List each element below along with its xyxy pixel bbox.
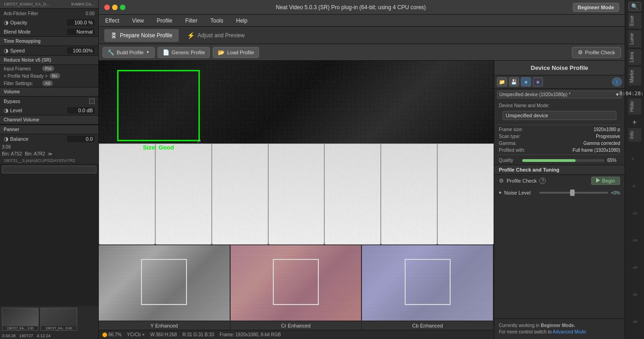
- status-bar: 66.7% YCrCb + W:360 H:268 R:31 G:31 B:33…: [99, 330, 494, 339]
- advanced-mode-link[interactable]: Advanced Mode.: [553, 329, 587, 334]
- video-placeholder: Size: Good ↗: [99, 61, 494, 245]
- menu-view[interactable]: View: [129, 17, 147, 25]
- channel-thumb-cr: Cr Enhanced: [231, 245, 362, 330]
- blend-mode-value[interactable]: Normal: [67, 29, 95, 35]
- menu-tools[interactable]: Tools: [208, 17, 226, 25]
- load-profile-button[interactable]: 📂 Load Profile: [213, 47, 259, 58]
- quality-fill: [522, 159, 576, 162]
- device-dropdown-container: Unspecified device (1920x1080p) * ▼: [494, 89, 625, 100]
- profiled-with-row: Profiled with: Full frame (1920x1080): [494, 147, 625, 154]
- rp-save-icon[interactable]: 💾: [509, 77, 519, 86]
- rgb-values: R:31 G:31 B:33: [182, 332, 214, 337]
- far-right-btn-esse[interactable]: Esse: [628, 13, 641, 29]
- tab-prepare[interactable]: 🎛 Prepare Noise Profile: [104, 29, 179, 42]
- kawai-label: KAWAI CA...: [71, 2, 95, 6]
- traffic-lights: [104, 5, 125, 10]
- tab-bar: 🎛 Prepare Noise Profile ⚡ Adjust and Pre…: [99, 27, 625, 44]
- frame-size-row: Frame size: 1920x1080 p: [494, 126, 625, 133]
- build-profile-button[interactable]: 🔧 Build Profile ▼: [102, 47, 155, 58]
- divider-1: [498, 125, 621, 125]
- begin-button[interactable]: Begin: [591, 177, 620, 185]
- profiled-with-label: Profiled with:: [499, 148, 525, 153]
- far-right-btn-marke[interactable]: Marke: [628, 67, 641, 86]
- load-profile-icon: 📂: [218, 49, 225, 56]
- profile-check-label: Profile Check: [585, 50, 615, 55]
- adjust-tab-icon: ⚡: [187, 32, 195, 39]
- opacity-label: Opacity: [10, 20, 27, 25]
- search-area: [0, 164, 98, 306]
- rp-folder-icon[interactable]: 📁: [497, 77, 507, 86]
- profile-not-ready-value[interactable]: Bu: [50, 73, 60, 79]
- menu-help[interactable]: Help: [233, 17, 250, 25]
- tab-adjust[interactable]: ⚡ Adjust and Preview: [181, 29, 251, 42]
- channel-volume-section: Channel Volume: [0, 115, 98, 125]
- right-panel: Device Noise Profile 📁 💾 ■ ■ i Unspecifi…: [494, 61, 625, 339]
- content-area: Size: Good ↗ Y Enhanced: [99, 61, 625, 339]
- far-right-panel: 🔍 Esse Lume Libra Marke 0:04:28:18 Histo…: [625, 0, 644, 339]
- device-noise-profile-title: Device Noise Profile: [494, 61, 625, 75]
- far-right-timecode: 0:04:28:18: [619, 91, 644, 97]
- video-main[interactable]: Size: Good ↗: [99, 61, 494, 245]
- rp-info-icon[interactable]: i: [612, 77, 622, 86]
- menu-filter[interactable]: Filter: [182, 17, 200, 25]
- gamma-row: Gamma: Gamma corrected: [494, 140, 625, 147]
- profile-check-label: Profile Check: [507, 178, 537, 184]
- maximize-button[interactable]: [120, 5, 125, 10]
- frame-info: Frame: 1920x1080, 8-bit RGB: [220, 332, 281, 337]
- level-value[interactable]: 0.0 dB: [67, 107, 95, 114]
- zoom-level: 66.7%: [102, 332, 121, 337]
- y-label: Y Enhanced: [99, 321, 230, 330]
- profile-not-ready-label: < Profile Not Ready >: [4, 74, 48, 79]
- menu-effect[interactable]: Effect: [102, 17, 122, 25]
- bottom-note-3: For more control switch to: [499, 329, 552, 334]
- beginner-mode-button[interactable]: Beginner Mode: [573, 3, 619, 12]
- far-right-plus[interactable]: +: [633, 118, 637, 126]
- blend-mode-row: Blend Mode Normal: [0, 27, 98, 36]
- prepare-tab-icon: 🎛: [111, 32, 117, 39]
- blend-mode-label: Blend Mode: [4, 29, 31, 34]
- video-panel: Size: Good ↗ Y Enhanced: [99, 61, 494, 339]
- dimensions: W:360 H:268: [150, 332, 177, 337]
- speed-label: Speed: [10, 48, 25, 53]
- search-input[interactable]: [2, 166, 96, 173]
- gear-icon: ⚙: [499, 178, 504, 184]
- profile-check-button[interactable]: ⚙ Profile Check: [572, 47, 621, 58]
- device-name-input[interactable]: Unspecified device: [503, 111, 616, 120]
- opacity-icon: ◑: [4, 19, 8, 26]
- profile-check-header: Profile Check and Tuning: [494, 165, 625, 175]
- far-right-btn-histo[interactable]: Histo: [628, 98, 641, 115]
- speed-row: ◑ Speed 100.00%: [0, 46, 98, 55]
- far-right-search[interactable]: 🔍: [628, 2, 641, 11]
- prepare-tab-label: Prepare Noise Profile: [120, 32, 172, 39]
- speed-value[interactable]: 100.00%: [67, 47, 95, 54]
- generic-profile-button[interactable]: 📄 Generic Profile: [158, 47, 210, 58]
- bin-expand[interactable]: ≫: [48, 151, 52, 156]
- minimize-button[interactable]: [112, 5, 118, 10]
- divider-2: [498, 155, 621, 155]
- close-button[interactable]: [104, 5, 110, 10]
- noise-bullet: •: [499, 189, 502, 197]
- generic-profile-icon: 📄: [163, 49, 169, 56]
- device-dropdown[interactable]: Unspecified device (1920x1080p) * ▼: [497, 91, 622, 98]
- filter-settings-value[interactable]: Ad: [42, 80, 53, 86]
- balance-value[interactable]: 0.0: [67, 136, 95, 142]
- menu-profile[interactable]: Profile: [154, 17, 175, 25]
- help-icon[interactable]: ?: [539, 178, 546, 184]
- noise-slider[interactable]: [539, 192, 608, 194]
- quality-label: Quality: [499, 158, 520, 163]
- far-right-btn-lume[interactable]: Lume: [628, 30, 641, 47]
- rp-blue-btn-2[interactable]: ■: [533, 77, 543, 86]
- profile-not-ready-row: < Profile Not Ready > Bu: [0, 72, 98, 80]
- y-inner-box: [141, 259, 187, 305]
- noise-thumb[interactable]: [570, 190, 575, 196]
- input-frames-value[interactable]: Pre: [42, 66, 54, 71]
- far-right-btn-libra[interactable]: Libra: [628, 49, 641, 65]
- bypass-checkbox[interactable]: [89, 98, 95, 104]
- rp-blue-btn-1[interactable]: ■: [521, 77, 531, 86]
- status-indicator: [102, 333, 107, 337]
- noise-level-label: Noise Level: [504, 190, 537, 195]
- play-icon: [596, 178, 600, 183]
- far-right-info[interactable]: Info: [628, 128, 641, 142]
- input-frames-label: Input Frames: [4, 66, 40, 71]
- opacity-value[interactable]: 100.0 %: [67, 19, 95, 26]
